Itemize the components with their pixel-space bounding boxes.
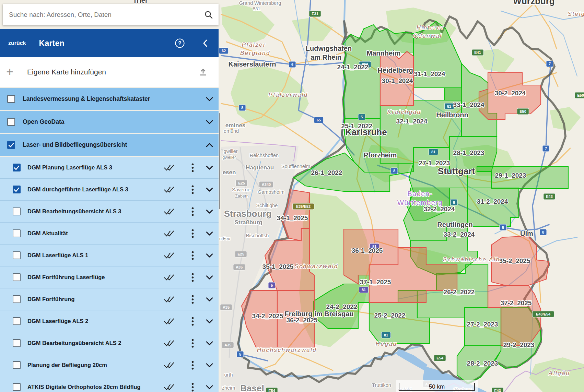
map-label: Strasbourg xyxy=(224,209,272,219)
layer-checkbox[interactable] xyxy=(13,383,21,391)
collapse-panel-icon[interactable] xyxy=(203,39,208,47)
expand-layer-icon[interactable] xyxy=(206,165,213,170)
more-options-icon[interactable] xyxy=(191,273,194,282)
expand-layer-icon[interactable] xyxy=(206,209,213,214)
expand-layer-icon[interactable] xyxy=(206,363,213,367)
layer-checkbox[interactable] xyxy=(13,361,21,369)
layer-row-9[interactable]: DGM Bearbeitungsübersicht ALS 2 xyxy=(0,332,219,354)
area-label-29-1_2023: 29-1_2023 xyxy=(495,172,526,179)
svg-text:62: 62 xyxy=(222,49,226,53)
map-label: Hinterer xyxy=(417,24,444,31)
area-label-25-2_2022: 25-2_2022 xyxy=(374,312,406,319)
layer-row-5[interactable]: DGM Laserflüge ALS 1 xyxy=(0,245,219,266)
expand-layer-icon[interactable] xyxy=(206,187,213,192)
double-check-icon[interactable] xyxy=(164,186,174,193)
layer-checkbox[interactable] xyxy=(13,273,21,281)
more-options-icon[interactable] xyxy=(191,163,194,172)
layer-label: DGM Fortführung Laserflüge xyxy=(27,274,105,281)
expand-layer-icon[interactable] xyxy=(206,275,213,280)
map-label: Stuttgart xyxy=(438,166,475,176)
more-options-icon[interactable] xyxy=(191,361,194,370)
double-check-icon[interactable] xyxy=(164,296,174,302)
layer-checkbox[interactable] xyxy=(13,339,21,347)
svg-text:8: 8 xyxy=(393,169,395,173)
more-options-icon[interactable] xyxy=(191,251,194,260)
map-label: emünd xyxy=(224,128,239,134)
layer-row-8[interactable]: DGM Laserflüge ALS 2 xyxy=(0,310,219,332)
expand-layer-icon[interactable] xyxy=(206,385,213,389)
layer-checkbox[interactable] xyxy=(13,164,21,171)
more-options-icon[interactable] xyxy=(191,207,194,216)
double-check-icon[interactable] xyxy=(164,362,174,368)
group-row-1[interactable]: Landesvermessung & Liegenschaftskataster xyxy=(0,88,219,110)
back-button[interactable]: zurück xyxy=(8,40,26,46)
group-checkbox[interactable] xyxy=(7,118,15,126)
expand-group-icon[interactable] xyxy=(206,120,213,124)
group-row-2[interactable]: Open GeoData xyxy=(0,111,219,133)
group-checkbox[interactable] xyxy=(7,95,15,103)
map-label: Saverne xyxy=(232,187,250,192)
layer-checkbox[interactable] xyxy=(13,229,21,237)
layer-row-1[interactable]: DGM Planung Laserflüge ALS 3 xyxy=(0,157,219,179)
road-shield: 8 xyxy=(540,229,547,235)
layer-row-11[interactable]: ATKIS Digitale Orthophotos 20cm Bildflug… xyxy=(0,376,219,392)
area-label-26-2_2022: 26-2_2022 xyxy=(444,288,475,296)
expand-layer-icon[interactable] xyxy=(206,297,213,301)
expand-group-icon[interactable] xyxy=(206,97,213,101)
group-row-3[interactable]: Laser- und Bildbefliegungsübersicht xyxy=(0,134,219,156)
road-shield: 8 xyxy=(239,105,246,111)
layer-row-6[interactable]: DGM Fortführung Laserflüge xyxy=(0,266,219,288)
map-label: Reutlingen xyxy=(437,221,472,228)
more-options-icon[interactable] xyxy=(191,295,194,304)
map-label: Heilbronn xyxy=(436,111,468,119)
map-label: Karlsruhe xyxy=(345,127,387,137)
more-options-icon[interactable] xyxy=(191,339,194,348)
svg-text:8: 8 xyxy=(241,106,243,110)
layer-checkbox[interactable] xyxy=(13,295,21,303)
layer-row-2[interactable]: DGM durchgeführte Laserflüge ALS 3 xyxy=(0,179,219,201)
double-check-icon[interactable] xyxy=(164,252,174,259)
road-shield: 5 xyxy=(358,114,365,120)
double-check-icon[interactable] xyxy=(164,208,174,215)
layer-checkbox[interactable] xyxy=(13,186,21,193)
expand-layer-icon[interactable] xyxy=(206,341,213,345)
svg-text:81: 81 xyxy=(447,104,451,108)
map-label: Steige xyxy=(568,11,584,17)
more-options-icon[interactable] xyxy=(191,229,194,238)
search-input[interactable] xyxy=(8,11,204,19)
area-label-26-1_2022: 26-1_2022 xyxy=(311,169,342,176)
layer-row-10[interactable]: Planung der Befliegung 20cm xyxy=(0,354,219,376)
expand-layer-icon[interactable] xyxy=(206,253,213,258)
map-label: Pfälzer xyxy=(242,41,266,48)
upload-icon[interactable] xyxy=(199,68,208,76)
add-own-map-row[interactable]: + Eigene Karte hinzufügen xyxy=(0,57,219,87)
expand-layer-icon[interactable] xyxy=(206,319,213,323)
sidebar-scrollbar[interactable] xyxy=(219,113,220,209)
more-options-icon[interactable] xyxy=(191,383,194,392)
double-check-icon[interactable] xyxy=(164,340,174,346)
more-options-icon[interactable] xyxy=(191,185,194,194)
layer-checkbox[interactable] xyxy=(13,251,21,259)
map-label: Mannheim xyxy=(367,49,401,57)
help-icon[interactable]: ? xyxy=(175,38,185,48)
layer-label: DGM durchgeführte Laserflüge ALS 3 xyxy=(27,186,128,193)
layer-row-4[interactable]: DGM Aktualität xyxy=(0,223,219,245)
expand-layer-icon[interactable] xyxy=(206,231,213,236)
layer-checkbox[interactable] xyxy=(13,207,21,215)
map-label: Freiburg im Breisgau xyxy=(284,310,353,318)
double-check-icon[interactable] xyxy=(164,318,174,324)
group-checkbox[interactable] xyxy=(7,141,15,149)
svg-text:A340: A340 xyxy=(262,182,271,187)
more-options-icon[interactable] xyxy=(191,317,194,326)
layer-row-3[interactable]: DGM Bearbeitungsübersicht ALS 3 xyxy=(0,201,219,223)
double-check-icon[interactable] xyxy=(164,274,174,281)
double-check-icon[interactable] xyxy=(164,384,174,390)
double-check-icon[interactable] xyxy=(164,164,174,171)
svg-text:E54: E54 xyxy=(436,356,443,360)
collapse-group-icon[interactable] xyxy=(206,143,213,147)
search-icon[interactable] xyxy=(204,10,213,19)
layer-row-7[interactable]: DGM Fortführung xyxy=(0,288,219,310)
area-label-30-2_2024: 30-2_2024 xyxy=(495,90,526,97)
layer-checkbox[interactable] xyxy=(13,317,21,325)
double-check-icon[interactable] xyxy=(164,230,174,237)
